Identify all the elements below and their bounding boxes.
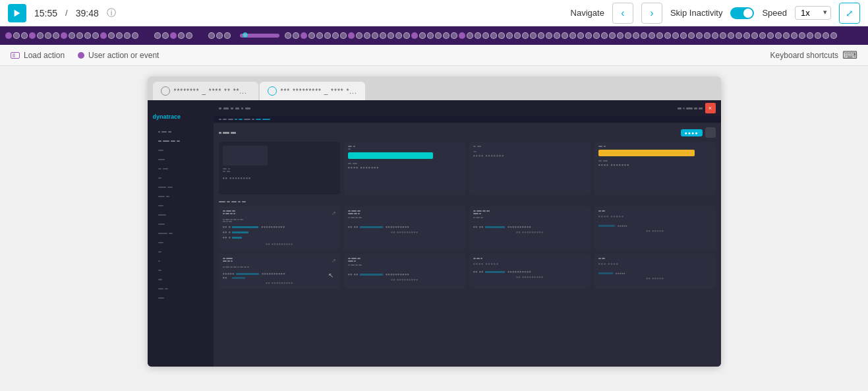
timeline-dot[interactable]	[324, 32, 331, 39]
timeline-dot[interactable]	[467, 32, 473, 39]
nav-forward-button[interactable]: ›	[641, 3, 662, 24]
timeline-dot[interactable]	[664, 32, 671, 39]
nav-back-button[interactable]: ‹	[612, 3, 633, 24]
timeline-dot[interactable]	[419, 32, 426, 39]
timeline-dot[interactable]	[178, 32, 185, 39]
timeline-dot[interactable]	[435, 32, 442, 39]
timeline-dot[interactable]	[704, 32, 710, 39]
timeline-dot[interactable]	[21, 32, 28, 39]
timeline-dot[interactable]	[364, 32, 370, 39]
timeline-dot[interactable]	[522, 32, 529, 39]
timeline-dot[interactable]	[372, 32, 378, 39]
timeline-dot[interactable]	[514, 32, 521, 39]
timeline-dot[interactable]	[162, 32, 169, 39]
timeline-dot[interactable]	[625, 32, 631, 39]
timeline-dot[interactable]	[617, 32, 623, 39]
timeline-dot[interactable]	[649, 32, 655, 39]
speed-select[interactable]: 0.5x 1x 2x 4x	[795, 6, 831, 20]
timeline-dot[interactable]	[108, 32, 115, 39]
timeline-dot[interactable]	[53, 32, 59, 39]
timeline-dot[interactable]	[45, 32, 51, 39]
sidebar-item-3[interactable]	[153, 148, 208, 153]
timeline-dot[interactable]	[76, 32, 83, 39]
timeline-dot[interactable]	[308, 32, 315, 39]
sidebar-item-10[interactable]	[153, 212, 208, 218]
timeline-dot[interactable]	[340, 32, 347, 39]
timeline-dot[interactable]	[475, 32, 481, 39]
timeline-dot[interactable]	[403, 32, 410, 39]
browser-tab-2[interactable]: *** ********* _ **** *...	[260, 82, 365, 100]
sidebar-item-19[interactable]	[153, 295, 208, 301]
sidebar-item-4[interactable]	[153, 157, 208, 162]
timeline-dot[interactable]	[530, 32, 536, 39]
timeline-dot[interactable]	[830, 32, 837, 39]
timeline-dot[interactable]	[490, 32, 497, 39]
view-toggle-button[interactable]	[705, 127, 716, 138]
timeline-dot[interactable]	[538, 32, 544, 39]
timeline-dot[interactable]	[743, 32, 750, 39]
timeline-dot[interactable]	[482, 32, 489, 39]
timeline-dot[interactable]	[13, 32, 20, 39]
timeline-dot[interactable]	[395, 32, 402, 39]
timeline-dot[interactable]	[301, 32, 307, 39]
sidebar-item-15[interactable]	[153, 258, 208, 264]
timeline-dot[interactable]	[116, 32, 123, 39]
speed-selector[interactable]: 0.5x 1x 2x 4x	[795, 6, 831, 20]
timeline-dot[interactable]	[154, 32, 161, 39]
timeline-dot[interactable]	[569, 32, 576, 39]
toggle-track[interactable]	[730, 7, 754, 19]
timeline-dot[interactable]	[69, 32, 75, 39]
timeline-dot[interactable]	[170, 32, 177, 39]
sidebar-item-5[interactable]	[153, 166, 208, 171]
timeline-dot[interactable]	[224, 32, 231, 39]
sidebar-item-18[interactable]	[153, 286, 208, 291]
sidebar-item-12[interactable]	[153, 231, 208, 236]
timeline-dot[interactable]	[720, 32, 726, 39]
timeline-dot[interactable]	[554, 32, 560, 39]
close-red-button[interactable]: ×	[705, 103, 716, 113]
timeline-dot[interactable]	[577, 32, 584, 39]
sidebar-item-13[interactable]	[153, 240, 208, 245]
timeline-dot[interactable]	[208, 32, 215, 39]
timeline-dot[interactable]	[601, 32, 608, 39]
timeline-dot[interactable]	[332, 32, 339, 39]
timeline-dot[interactable]	[823, 32, 829, 39]
timeline-dot[interactable]	[672, 32, 679, 39]
timeline-dot[interactable]	[775, 32, 782, 39]
timeline-dot[interactable]	[5, 32, 12, 39]
sidebar-item-16[interactable]	[153, 268, 208, 273]
timeline-dot[interactable]	[293, 32, 299, 39]
timeline-dot[interactable]	[767, 32, 774, 39]
timeline-dot[interactable]	[216, 32, 223, 39]
timeline-dot[interactable]	[799, 32, 805, 39]
play-button[interactable]	[8, 4, 26, 22]
timeline-track[interactable]	[5, 32, 837, 39]
timeline-dot[interactable]	[100, 32, 107, 39]
timeline-dot[interactable]	[791, 32, 797, 39]
timeline-dot[interactable]	[451, 32, 457, 39]
timeline-dot[interactable]	[593, 32, 600, 39]
timeline-dot[interactable]	[609, 32, 616, 39]
sidebar-item-8[interactable]	[153, 194, 208, 199]
bcard-expand-icon[interactable]: ↗	[332, 210, 336, 216]
timeline-dot[interactable]	[815, 32, 821, 39]
timeline-dot[interactable]	[633, 32, 639, 39]
action-button[interactable]: ●●●●	[681, 129, 703, 136]
sidebar-item-1[interactable]	[153, 129, 208, 135]
timeline-dot[interactable]	[506, 32, 513, 39]
timeline-dot[interactable]	[656, 32, 663, 39]
timeline-dot[interactable]	[783, 32, 790, 39]
skip-inactivity-toggle[interactable]	[730, 7, 754, 19]
timeline-dot[interactable]	[29, 32, 36, 39]
timeline-dot[interactable]	[427, 32, 434, 39]
timeline-dot[interactable]	[459, 32, 465, 39]
timeline-dot[interactable]	[641, 32, 647, 39]
timeline-dot[interactable]	[443, 32, 449, 39]
timeline-dot[interactable]	[498, 32, 505, 39]
sidebar-item-11[interactable]	[153, 222, 208, 227]
sidebar-item-7[interactable]	[153, 185, 208, 190]
expand-button[interactable]: ⤢	[839, 3, 860, 24]
timeline-dot[interactable]	[728, 32, 734, 39]
timeline-dot[interactable]	[124, 32, 130, 39]
timeline-dot[interactable]	[186, 32, 192, 39]
